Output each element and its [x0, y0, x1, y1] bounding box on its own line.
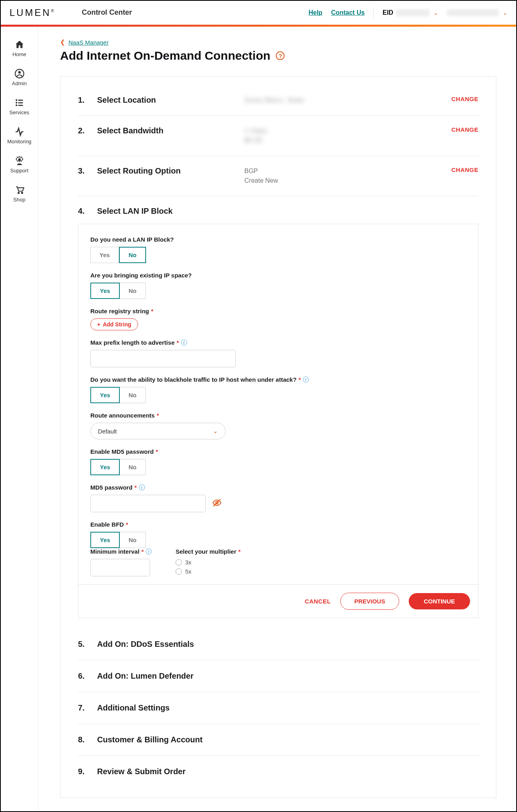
step-value: Some Metro, State — [244, 96, 431, 105]
svg-point-2 — [16, 99, 17, 101]
user-menu[interactable]: ⌄ — [447, 9, 507, 16]
step-row-additional[interactable]: 7. Additional Settings — [78, 692, 478, 724]
nav-label: Home — [12, 51, 26, 57]
svg-point-4 — [16, 102, 17, 103]
step-title: Review & Submit Order — [97, 767, 478, 776]
step-number: 4. — [78, 207, 97, 216]
plus-icon: + — [97, 321, 100, 328]
svg-point-1 — [18, 71, 21, 74]
label-text: Max prefix length to advertise — [90, 339, 175, 346]
step-number: 9. — [78, 767, 97, 776]
help-circle-icon[interactable]: ? — [276, 51, 285, 60]
breadcrumb: ❮ NaaS Manager — [60, 39, 496, 46]
step-row-ddos[interactable]: 5. Add On: DDoS Essentials — [78, 629, 478, 660]
field-label-route-announcements: Route announcements* — [90, 412, 466, 419]
gear-user-icon — [14, 156, 25, 166]
svg-point-6 — [16, 104, 17, 106]
separator — [373, 7, 374, 18]
label-text: Do you want the ability to blackhole tra… — [90, 376, 297, 383]
info-icon[interactable]: i — [181, 340, 187, 345]
field-label-need-lan: Do you need a LAN IP Block? — [90, 236, 466, 243]
step-number: 2. — [78, 126, 97, 135]
previous-button[interactable]: PREVIOUS — [340, 593, 399, 610]
field-label-md5-enable: Enable MD5 password* — [90, 448, 466, 455]
change-button[interactable]: CHANGE — [431, 126, 478, 133]
need-lan-yes[interactable]: Yes — [90, 247, 119, 263]
svg-rect-3 — [18, 100, 23, 101]
chevron-down-icon: ⌄ — [503, 10, 507, 16]
header-right: Help Contact Us EID ⌄ ⌄ — [308, 7, 507, 18]
step-title: Select Bandwidth — [97, 126, 244, 135]
nav-shop[interactable]: Shop — [1, 179, 38, 208]
radio-label: 5x — [185, 568, 191, 575]
add-string-button[interactable]: + Add String — [90, 318, 138, 330]
radio-label: 3x — [185, 559, 191, 566]
min-interval-input[interactable] — [90, 559, 150, 576]
cart-icon — [14, 185, 25, 195]
chevron-left-icon: ❮ — [60, 39, 65, 46]
step-row-defender[interactable]: 6. Add On: Lumen Defender — [78, 660, 478, 692]
step-number: 3. — [78, 166, 97, 176]
field-label-min-interval: Minimum interval* i — [90, 548, 152, 555]
change-button[interactable]: CHANGE — [431, 96, 478, 102]
step-title: Add On: DDoS Essentials — [97, 640, 478, 649]
bfd-no[interactable]: No — [120, 532, 146, 548]
app-title: Control Center — [82, 8, 132, 17]
nav-services[interactable]: Services — [1, 92, 38, 121]
svg-rect-7 — [18, 105, 23, 106]
svg-point-9 — [18, 192, 19, 193]
steps-lower: 5. Add On: DDoS Essentials 6. Add On: Lu… — [78, 629, 478, 787]
step-number: 8. — [78, 735, 97, 744]
step-value: 1 Gbps$0.00 — [244, 126, 431, 145]
home-icon — [14, 39, 25, 50]
multiplier-option-5x[interactable]: 5x — [176, 568, 240, 575]
step-title: Customer & Billing Account — [97, 735, 478, 744]
main-content: ❮ NaaS Manager Add Internet On-Demand Co… — [38, 27, 516, 811]
toggle-bfd: Yes No — [90, 532, 146, 548]
multiplier-option-3x[interactable]: 3x — [176, 559, 240, 566]
step-title: Select LAN IP Block — [97, 207, 244, 216]
bfd-yes[interactable]: Yes — [90, 532, 120, 548]
max-prefix-input[interactable] — [90, 350, 236, 367]
panel-footer: CANCEL PREVIOUS CONTINUE — [78, 584, 478, 618]
need-lan-no[interactable]: No — [119, 247, 146, 263]
eye-off-icon[interactable] — [212, 498, 222, 509]
page-title: Add Internet On-Demand Connection ? — [60, 49, 496, 62]
left-nav: Home Admin Services Monitoring Support S… — [1, 27, 38, 811]
nav-support[interactable]: Support — [1, 150, 38, 179]
help-link[interactable]: Help — [308, 9, 322, 16]
nav-admin[interactable]: Admin — [1, 63, 38, 92]
field-label-bring-ip: Are you bringing existing IP space? — [90, 272, 466, 279]
step-row-billing[interactable]: 8. Customer & Billing Account — [78, 724, 478, 756]
info-icon[interactable]: i — [303, 377, 309, 383]
breadcrumb-link[interactable]: NaaS Manager — [68, 39, 109, 46]
bring-ip-yes[interactable]: Yes — [90, 283, 120, 299]
blackhole-yes[interactable]: Yes — [90, 387, 120, 403]
eid-menu[interactable]: EID ⌄ — [382, 9, 438, 16]
user-icon — [14, 68, 25, 79]
change-button[interactable]: CHANGE — [431, 166, 478, 173]
continue-button[interactable]: CONTINUE — [409, 593, 470, 609]
step-row-review[interactable]: 9. Review & Submit Order — [78, 756, 478, 787]
md5-yes[interactable]: Yes — [90, 459, 120, 475]
chevron-down-icon: ⌄ — [433, 10, 438, 16]
step-number: 5. — [78, 640, 97, 649]
lumen-logo: LUMEN — [10, 7, 54, 18]
route-announcements-select[interactable]: Default ⌄ — [90, 423, 226, 439]
radio-icon — [176, 568, 182, 575]
page-title-text: Add Internet On-Demand Connection — [60, 49, 270, 62]
user-value-redacted — [447, 9, 499, 16]
nav-home[interactable]: Home — [1, 34, 38, 63]
info-icon[interactable]: i — [139, 484, 145, 490]
label-text: Route registry string — [90, 308, 149, 314]
bring-ip-no[interactable]: No — [120, 283, 146, 299]
cancel-button[interactable]: CANCEL — [305, 598, 331, 605]
contact-link[interactable]: Contact Us — [331, 9, 365, 16]
activity-icon — [14, 127, 25, 137]
step-row-bandwidth: 2. Select Bandwidth 1 Gbps$0.00 CHANGE — [78, 116, 478, 156]
md5-no[interactable]: No — [120, 459, 146, 475]
blackhole-no[interactable]: No — [120, 387, 146, 403]
info-icon[interactable]: i — [146, 548, 152, 554]
nav-monitoring[interactable]: Monitoring — [1, 121, 38, 150]
md5-password-input[interactable] — [90, 495, 206, 512]
